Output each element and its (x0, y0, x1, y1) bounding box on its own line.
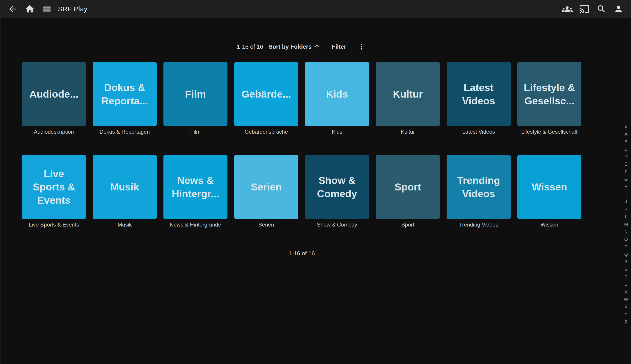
user-button[interactable] (614, 4, 624, 14)
folder-card[interactable]: MusikMusik (93, 155, 157, 228)
folder-tile[interactable]: Film (164, 62, 228, 126)
folder-tile[interactable]: Lifestyle & Gesellsc... (518, 62, 582, 126)
library-toolbar: 1-16 of 16 Sort by Folders Filter (22, 40, 582, 53)
folder-card[interactable]: Show & ComedyShow & Comedy (305, 155, 369, 228)
folder-card[interactable]: FilmFilm (164, 62, 228, 135)
alphabet-letter[interactable]: T (621, 273, 631, 280)
alphabet-letter[interactable]: R (621, 258, 631, 266)
alphabet-letter[interactable]: V (621, 288, 631, 296)
groups-icon (562, 4, 572, 14)
arrow-back-icon (8, 4, 18, 14)
search-button[interactable] (596, 4, 607, 14)
alphabet-letter[interactable]: U (621, 280, 631, 288)
folder-caption: Latest Videos (446, 128, 510, 135)
srf-play-library-page: SRF Play (0, 0, 631, 364)
alphabet-letter[interactable]: F (621, 168, 631, 176)
alphabet-letter[interactable]: Y (621, 310, 631, 318)
cast-icon (579, 4, 590, 14)
folder-card[interactable]: SerienSerien (234, 155, 298, 228)
folder-tile[interactable]: Latest Videos (446, 62, 510, 126)
folder-tile[interactable]: Trending Videos (446, 155, 510, 219)
filter-button[interactable]: Filter (332, 43, 346, 50)
alphabet-letter[interactable]: G (621, 176, 631, 183)
folder-tile[interactable]: Show & Comedy (305, 155, 369, 219)
folder-caption: Dokus & Reportagen (93, 128, 157, 135)
search-icon (596, 4, 606, 14)
paging-count: 1-16 of 16 (237, 43, 263, 50)
alphabet-letter[interactable]: D (621, 153, 631, 160)
alphabet-letter[interactable]: K (621, 206, 631, 213)
folder-card[interactable]: News & Hintergr...News & Hintergründe (164, 155, 228, 228)
folder-tile[interactable]: Kids (305, 62, 369, 126)
paging-count-bottom: 1-16 of 16 (22, 250, 582, 257)
kebab-menu-icon (357, 42, 366, 51)
folder-caption: Sport (376, 221, 440, 228)
folder-card[interactable]: WissenWissen (518, 155, 582, 228)
folder-caption: Kids (305, 128, 369, 135)
home-button[interactable] (24, 4, 35, 14)
alphabet-letter[interactable]: I (621, 191, 631, 198)
folder-caption: Lifestyle & Gesellschaft (518, 128, 582, 135)
alphabet-letter[interactable]: A (621, 130, 631, 138)
folder-card[interactable]: Audiode...Audiodeskription (22, 62, 86, 135)
sort-button-label: Sort by Folders (268, 43, 312, 50)
folder-caption: Serien (234, 221, 298, 228)
hamburger-menu-icon (42, 4, 52, 14)
alphabet-letter[interactable]: L (621, 213, 631, 221)
folder-tile[interactable]: Live Sports & Events (22, 155, 86, 219)
alphabet-letter[interactable]: Z (621, 318, 631, 326)
more-options-button[interactable] (357, 42, 366, 52)
folder-caption: Trending Videos (446, 221, 510, 228)
folder-tile[interactable]: Wissen (518, 155, 582, 219)
folder-card[interactable]: Trending VideosTrending Videos (446, 155, 510, 228)
alphabet-letter[interactable]: H (621, 183, 631, 190)
folder-caption: News & Hintergründe (164, 221, 228, 228)
folder-card[interactable]: Dokus & Reporta...Dokus & Reportagen (93, 62, 157, 135)
alphabet-letter[interactable]: M (621, 221, 631, 228)
folder-card[interactable]: Gebärde...Gebärdensprache (234, 62, 298, 135)
home-icon (24, 4, 35, 14)
alphabet-letter[interactable]: O (621, 236, 631, 243)
cast-button[interactable] (579, 4, 590, 14)
folder-caption: Gebärdensprache (234, 128, 298, 135)
folder-caption: Film (164, 128, 228, 135)
sort-button[interactable]: Sort by Folders (268, 43, 320, 50)
alphabet-letter[interactable]: J (621, 198, 631, 206)
folder-card[interactable]: KulturKultur (376, 62, 440, 135)
alphabet-letter[interactable]: N (621, 228, 631, 236)
alphabet-letter[interactable]: W (621, 296, 631, 303)
folder-caption: Wissen (518, 221, 582, 228)
folder-caption: Musik (93, 221, 157, 228)
menu-button[interactable] (42, 4, 52, 14)
folder-tile[interactable]: Serien (234, 155, 298, 219)
alphabet-picker: #ABCDEFGHIJKLMNOPQRSTUVWXYZ (621, 123, 631, 326)
folder-caption: Audiodeskription (22, 128, 86, 135)
back-button[interactable] (8, 4, 18, 14)
person-icon (614, 4, 624, 14)
alphabet-letter[interactable]: C (621, 146, 631, 153)
alphabet-letter[interactable]: B (621, 138, 631, 146)
syncplay-button[interactable] (562, 4, 572, 14)
alphabet-letter[interactable]: S (621, 266, 631, 273)
app-bar-right-group (562, 4, 624, 14)
alphabet-letter[interactable]: Q (621, 251, 631, 258)
alphabet-letter[interactable]: # (621, 123, 631, 130)
folder-tile[interactable]: Gebärde... (234, 62, 298, 126)
alphabet-letter[interactable]: X (621, 303, 631, 310)
alphabet-letter[interactable]: E (621, 160, 631, 168)
folder-card[interactable]: Latest VideosLatest Videos (446, 62, 510, 135)
folder-tile[interactable]: Dokus & Reporta... (93, 62, 157, 126)
folder-caption: Live Sports & Events (22, 221, 86, 228)
folder-tile[interactable]: Sport (376, 155, 440, 219)
page-title: SRF Play (58, 5, 88, 13)
folder-tile[interactable]: Kultur (376, 62, 440, 126)
folder-tile[interactable]: Audiode... (22, 62, 86, 126)
folder-grid: Audiode...AudiodeskriptionDokus & Report… (22, 62, 582, 228)
folder-card[interactable]: KidsKids (305, 62, 369, 135)
folder-tile[interactable]: News & Hintergr... (164, 155, 228, 219)
folder-tile[interactable]: Musik (93, 155, 157, 219)
folder-card[interactable]: SportSport (376, 155, 440, 228)
alphabet-letter[interactable]: P (621, 243, 631, 251)
folder-card[interactable]: Live Sports & EventsLive Sports & Events (22, 155, 86, 228)
folder-card[interactable]: Lifestyle & Gesellsc...Lifestyle & Gesel… (518, 62, 582, 135)
